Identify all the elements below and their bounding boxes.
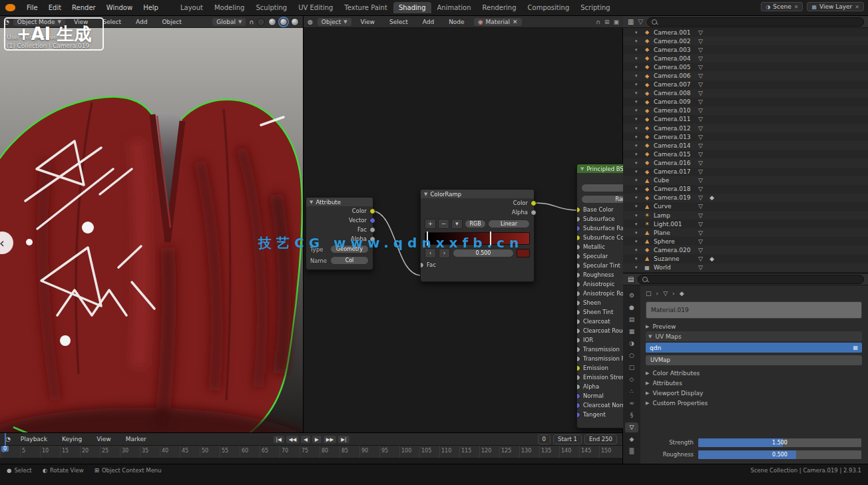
object-name[interactable]: Camera.002: [654, 38, 695, 45]
object-name[interactable]: Camera.007: [654, 81, 695, 88]
object-data-icon[interactable]: ▽: [698, 264, 706, 271]
subsurface-method-dropdown[interactable]: Random Walk: [581, 195, 623, 204]
slot-list-item[interactable]: Material.019: [646, 301, 862, 319]
material-datablock-selector[interactable]: ◉ Material ✕: [474, 18, 522, 26]
input-socket[interactable]: [577, 347, 580, 353]
jacket-model[interactable]: [0, 28, 303, 432]
outliner-row[interactable]: Camera.003 ▽: [623, 45, 868, 54]
properties-tab[interactable]: ○: [625, 351, 638, 361]
shading-rendered-icon[interactable]: [291, 18, 299, 26]
outliner-row[interactable]: Camera.012 ▽: [623, 124, 868, 132]
timeline-menu-item[interactable]: Marker: [121, 434, 151, 444]
object-data-icon[interactable]: ▽: [698, 151, 706, 158]
options-icon[interactable]: ▣: [613, 19, 619, 25]
node-editor-menu-item[interactable]: Select: [385, 17, 413, 27]
outliner-row[interactable]: Camera.007 ▽: [623, 81, 868, 89]
close-icon[interactable]: ✕: [855, 4, 859, 10]
outliner-row[interactable]: Light.001 ▽: [623, 220, 868, 228]
object-data-icon[interactable]: ▽: [698, 177, 706, 184]
input-socket[interactable]: [577, 403, 580, 408]
section-viewport-display[interactable]: ▶Viewport Display: [646, 388, 862, 398]
object-data-icon[interactable]: ▽: [698, 38, 706, 45]
input-socket[interactable]: [577, 328, 580, 334]
expand-icon[interactable]: [635, 126, 640, 131]
object-name[interactable]: Camera.013: [654, 134, 695, 140]
input-socket[interactable]: [577, 337, 580, 343]
outliner-row[interactable]: World ▽: [623, 263, 868, 272]
object-data-icon[interactable]: ▽: [698, 90, 706, 96]
input-socket[interactable]: [577, 291, 580, 297]
object-data-icon[interactable]: ▽: [698, 55, 706, 62]
object-name[interactable]: Camera.015: [654, 151, 695, 158]
object-data-icon[interactable]: ▽: [698, 247, 706, 253]
input-socket[interactable]: [577, 253, 580, 259]
outliner-row[interactable]: Camera.014 ▽: [623, 141, 868, 150]
shading-solid-icon[interactable]: [268, 18, 276, 26]
input-socket[interactable]: [577, 365, 580, 371]
current-frame-field[interactable]: 0: [538, 434, 550, 444]
section-attributes[interactable]: ▶Attributes: [646, 378, 862, 388]
principled-bsdf-node[interactable]: ▼ Principled BSDF BSDF GGX Random Walk B…: [576, 164, 623, 428]
expand-icon[interactable]: [635, 204, 640, 209]
add-stop-button[interactable]: +: [425, 219, 436, 229]
expand-icon[interactable]: [635, 56, 640, 61]
object-data-icon[interactable]: ▽: [698, 255, 706, 262]
outliner-row[interactable]: Camera.018 ▽: [623, 185, 868, 194]
output-socket[interactable]: [369, 218, 375, 224]
workspace-tab[interactable]: Rendering: [477, 2, 521, 13]
input-socket[interactable]: [577, 281, 580, 287]
object-data-icon[interactable]: ▽: [698, 81, 706, 88]
filter-icon[interactable]: ▽: [638, 18, 643, 25]
scene-selector[interactable]: ◑ Scene ✕: [761, 2, 803, 11]
input-socket[interactable]: [577, 235, 580, 241]
outliner-row[interactable]: Camera.017 ▽: [623, 168, 868, 176]
outliner-row[interactable]: Curve ▽: [623, 202, 868, 211]
menu-item[interactable]: Help: [138, 3, 163, 13]
playhead[interactable]: [5, 433, 6, 445]
expand-icon[interactable]: [635, 230, 640, 236]
transport-button[interactable]: ◀◀: [286, 436, 300, 443]
outliner-row[interactable]: Sphere ▽: [623, 237, 868, 245]
output-socket[interactable]: [531, 210, 537, 216]
workspace-tab[interactable]: UV Editing: [293, 2, 338, 13]
view-layer-selector[interactable]: ▦ View Layer ✕: [807, 2, 864, 11]
expand-icon[interactable]: [635, 90, 640, 96]
expand-icon[interactable]: [635, 265, 640, 270]
properties-tab[interactable]: □: [625, 363, 638, 373]
object-data-icon[interactable]: ▽: [698, 47, 706, 53]
object-name[interactable]: Plane: [654, 230, 695, 236]
editor-type-icon[interactable]: ▤: [628, 275, 634, 283]
expand-icon[interactable]: [635, 143, 640, 148]
outliner-row[interactable]: Camera.006 ▽: [623, 71, 868, 80]
outliner-row[interactable]: Camera.008 ▽: [623, 89, 868, 98]
frame-end-field[interactable]: End 250: [584, 434, 617, 444]
object-data-icon[interactable]: ▽: [698, 107, 706, 114]
expand-icon[interactable]: [635, 222, 640, 227]
input-socket[interactable]: [577, 263, 580, 269]
breadcrumb-icon[interactable]: ›: [672, 290, 675, 297]
object-name[interactable]: Camera.003: [654, 47, 695, 53]
editor-type-icon[interactable]: ▥: [628, 18, 634, 25]
output-socket[interactable]: [369, 227, 375, 233]
workspace-tab[interactable]: Sculpting: [250, 2, 292, 13]
snap-magnet-icon[interactable]: ∩: [249, 19, 254, 25]
input-socket[interactable]: [577, 216, 580, 222]
ramp-options-button[interactable]: ▾: [451, 219, 463, 229]
properties-tab[interactable]: ⚙: [625, 291, 638, 301]
outliner-row[interactable]: Camera.020 ▽: [623, 245, 868, 254]
expand-icon[interactable]: [635, 178, 640, 183]
outliner-row[interactable]: Camera.004 ▽: [623, 54, 868, 63]
attribute-node-header[interactable]: ▼ Attribute: [306, 198, 373, 206]
object-data-icon[interactable]: ▽: [698, 160, 706, 166]
outliner-row[interactable]: Camera.016 ▽: [623, 158, 868, 167]
uvmap-name-field[interactable]: UVMap: [646, 355, 862, 365]
timeline-menu-item[interactable]: View: [92, 434, 115, 444]
object-name[interactable]: Camera.001: [654, 29, 695, 36]
input-socket[interactable]: [577, 393, 580, 399]
workspace-tab[interactable]: Modeling: [209, 2, 250, 13]
node-editor-menu-item[interactable]: Add: [418, 17, 439, 27]
object-name[interactable]: Camera.018: [654, 186, 695, 192]
object-name[interactable]: Camera.011: [654, 116, 695, 122]
workspace-tab[interactable]: Shading: [393, 2, 431, 13]
object-extra-icon[interactable]: ◆: [710, 194, 718, 201]
